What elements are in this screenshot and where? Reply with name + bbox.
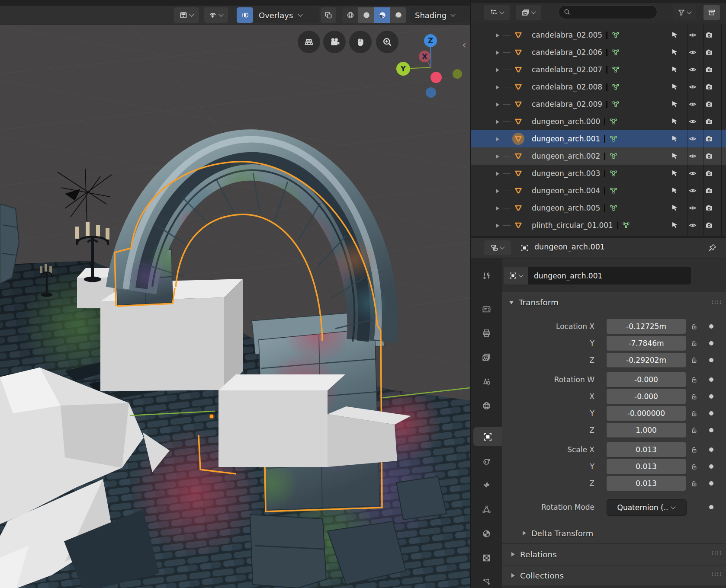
delta-transform-panel-header[interactable]: Delta Transform: [523, 526, 593, 540]
selectable-toggle-icon[interactable]: [671, 48, 679, 57]
value-slider-field[interactable]: -0.12725m: [607, 319, 686, 334]
render-camera-icon[interactable]: [705, 100, 713, 109]
axis-y-ball[interactable]: Y: [396, 62, 410, 76]
render-camera-icon[interactable]: [705, 117, 713, 126]
relations-panel-header[interactable]: Relations: [511, 547, 557, 562]
visibility-dropdown-button[interactable]: [204, 7, 228, 23]
value-slider-field[interactable]: 0.013: [607, 459, 686, 474]
axis-x-negative-ball[interactable]: [430, 72, 442, 83]
tab-data-properties[interactable]: [471, 500, 502, 519]
panel-grip-icon[interactable]: [711, 550, 722, 556]
animate-dot[interactable]: [709, 447, 713, 452]
axis-y-negative-ball[interactable]: [453, 69, 462, 79]
selectable-toggle-icon[interactable]: [671, 186, 679, 195]
disclosure-triangle-icon[interactable]: [496, 102, 499, 107]
tab-scene-properties[interactable]: [471, 372, 502, 391]
gizmos-dropdown-button[interactable]: [174, 7, 199, 23]
animate-dot[interactable]: [709, 411, 713, 415]
outliner-row[interactable]: dungeon_arch.004: [471, 182, 726, 199]
animate-dot[interactable]: [709, 505, 713, 509]
lock-open-icon[interactable]: [689, 476, 699, 491]
disclosure-triangle-icon[interactable]: [496, 85, 499, 89]
perspective-grid-button[interactable]: [298, 31, 320, 53]
tab-modifier-properties[interactable]: [471, 476, 502, 495]
tab-constraints-properties[interactable]: [471, 451, 502, 470]
tab-object-properties[interactable]: [473, 427, 502, 446]
hide-eye-icon[interactable]: [688, 134, 697, 143]
selectable-toggle-icon[interactable]: [671, 152, 679, 160]
lock-open-icon[interactable]: [689, 442, 699, 457]
value-slider-field[interactable]: 0.013: [607, 442, 686, 457]
outliner-row[interactable]: candelabra_02.006: [471, 44, 726, 61]
overlays-popover[interactable]: Overlays: [254, 7, 319, 23]
render-camera-icon[interactable]: [705, 31, 713, 39]
animate-dot[interactable]: [709, 324, 713, 329]
lock-open-icon[interactable]: [689, 459, 699, 474]
selectable-toggle-icon[interactable]: [671, 65, 679, 74]
hide-eye-icon[interactable]: [688, 204, 697, 212]
render-camera-icon[interactable]: [705, 134, 713, 143]
render-camera-icon[interactable]: [705, 221, 713, 230]
disclosure-triangle-icon[interactable]: [496, 154, 499, 159]
hide-eye-icon[interactable]: [688, 83, 697, 91]
outliner-row[interactable]: dungeon_arch.002: [471, 147, 726, 165]
rotation-mode-dropdown[interactable]: Quaternion (..: [607, 499, 687, 516]
disclosure-triangle-icon[interactable]: [496, 206, 499, 211]
render-camera-icon[interactable]: [705, 83, 713, 91]
render-camera-icon[interactable]: [705, 48, 713, 57]
hide-eye-icon[interactable]: [688, 65, 697, 74]
animate-dot[interactable]: [709, 341, 713, 345]
sidebar-collapse-arrow[interactable]: ‹: [462, 41, 466, 49]
xray-toggle-button[interactable]: [321, 7, 336, 23]
lock-open-icon[interactable]: [689, 406, 699, 421]
collections-panel-header[interactable]: Collections: [511, 568, 564, 583]
hide-eye-icon[interactable]: [688, 48, 697, 57]
animate-dot[interactable]: [709, 394, 713, 399]
properties-editor-type-dropdown[interactable]: [484, 240, 511, 255]
axis-z-ball[interactable]: Z: [424, 34, 437, 47]
disclosure-triangle-icon[interactable]: [496, 224, 499, 228]
tab-texture-properties[interactable]: [471, 548, 502, 567]
viewport-scene[interactable]: [0, 25, 470, 588]
axis-gizmo[interactable]: Z X Y: [368, 26, 470, 104]
rendered-shading-button[interactable]: [390, 7, 406, 23]
hide-eye-icon[interactable]: [688, 169, 697, 178]
panel-grip-icon[interactable]: [711, 572, 722, 577]
selectable-toggle-icon[interactable]: [671, 134, 679, 143]
tab-view-layer-properties[interactable]: [471, 348, 502, 367]
outliner-row[interactable]: dungeon_arch.001: [471, 130, 726, 147]
lock-open-icon[interactable]: [689, 319, 699, 334]
animate-dot[interactable]: [709, 428, 713, 432]
disclosure-triangle-icon[interactable]: [496, 137, 499, 141]
outliner-row[interactable]: dungeon_arch.003: [471, 165, 726, 182]
lock-open-icon[interactable]: [689, 372, 699, 387]
material-preview-shading-button[interactable]: [374, 7, 390, 23]
render-camera-icon[interactable]: [705, 65, 713, 74]
hide-eye-icon[interactable]: [688, 152, 697, 160]
solid-shading-button[interactable]: [358, 7, 374, 23]
shading-popover[interactable]: Shading: [410, 7, 470, 23]
value-slider-field[interactable]: -0.000000: [607, 406, 686, 421]
render-camera-icon[interactable]: [705, 169, 713, 178]
outliner-row[interactable]: candelabra_02.007: [471, 61, 726, 78]
selectable-toggle-icon[interactable]: [671, 169, 679, 178]
tab-particles-properties[interactable]: [471, 572, 502, 588]
selectable-toggle-icon[interactable]: [671, 221, 679, 230]
hide-eye-icon[interactable]: [688, 31, 697, 39]
render-camera-icon[interactable]: [705, 186, 713, 195]
tab-material-properties[interactable]: [471, 524, 502, 543]
animate-dot[interactable]: [709, 481, 713, 486]
overlays-toggle-button[interactable]: [237, 7, 253, 23]
axis-x-ball[interactable]: X: [419, 51, 430, 62]
tab-world-properties[interactable]: [471, 396, 502, 415]
lock-open-icon[interactable]: [689, 389, 699, 404]
panel-grip-icon[interactable]: [711, 300, 722, 305]
render-camera-icon[interactable]: [705, 152, 713, 160]
lock-open-icon[interactable]: [689, 336, 699, 351]
lock-open-icon[interactable]: [689, 423, 699, 438]
disclosure-triangle-icon[interactable]: [496, 120, 499, 124]
axis-z-negative-ball[interactable]: [426, 87, 436, 98]
hide-eye-icon[interactable]: [688, 117, 697, 126]
outliner-row[interactable]: dungeon_arch.005: [471, 199, 726, 217]
selectable-toggle-icon[interactable]: [671, 100, 679, 109]
